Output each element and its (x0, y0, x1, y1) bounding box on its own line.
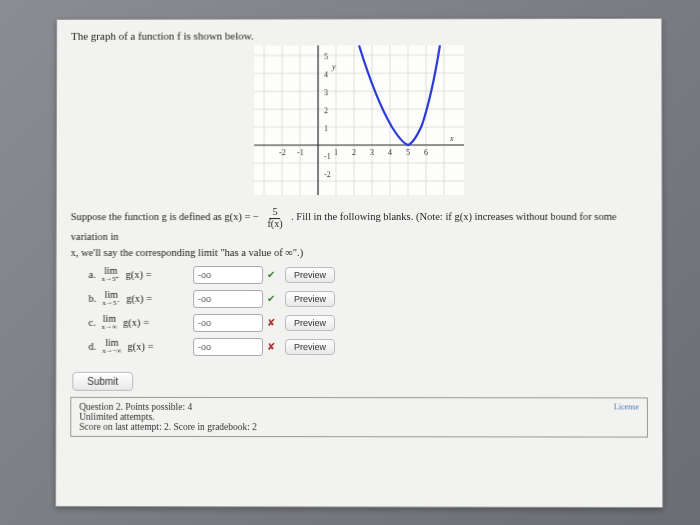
preview-d-button[interactable]: Preview (285, 339, 335, 355)
score-text: Question 2. Points possible: 4 Unlimited… (79, 402, 257, 432)
part-c-label: c. lim x→∞ g(x) = (88, 314, 193, 331)
svg-text:2: 2 (324, 106, 328, 115)
svg-text:-2: -2 (279, 148, 286, 157)
svg-text:y: y (331, 62, 336, 71)
part-b-label: b. lim x→5⁻ g(x) = (88, 290, 193, 307)
part-d-label: d. lim x→−∞ g(x) = (88, 338, 193, 355)
part-b-row: b. lim x→5⁻ g(x) = ✔ Preview (88, 290, 647, 308)
answer-c-input[interactable] (193, 314, 263, 332)
lim-c: lim x→∞ (102, 314, 117, 331)
svg-text:6: 6 (423, 148, 427, 157)
x-icon: ✘ (265, 317, 277, 329)
svg-text:4: 4 (387, 148, 391, 157)
svg-text:-1: -1 (324, 152, 331, 161)
svg-text:3: 3 (370, 148, 374, 157)
preview-a-button[interactable]: Preview (285, 267, 335, 283)
definition-text: Suppose the function g is defined as g(x… (71, 207, 648, 245)
part-a-fn: g(x) = (126, 269, 152, 280)
part-c-letter: c. (88, 317, 95, 328)
svg-text:5: 5 (405, 148, 409, 157)
submit-button[interactable]: Submit (72, 372, 133, 391)
part-a-label: a. lim x→5⁺ g(x) = (88, 266, 193, 283)
function-graph: 543 21 -1-2 -2-1 123 456 y x (254, 45, 464, 195)
preview-c-button[interactable]: Preview (285, 315, 335, 331)
answer-a-input[interactable] (193, 266, 263, 284)
lim-a: lim x→5⁺ (102, 266, 120, 283)
frac-den: f(x) (265, 219, 286, 229)
answer-d-input[interactable] (193, 338, 263, 356)
part-d-row: d. lim x→−∞ g(x) = ✘ Preview (88, 338, 647, 356)
question-panel: The graph of a function f is shown below… (55, 18, 663, 508)
answer-b-input[interactable] (193, 290, 263, 308)
part-c-fn: g(x) = (123, 317, 149, 328)
score-l1: Question 2. Points possible: 4 (79, 402, 257, 412)
svg-text:4: 4 (324, 70, 328, 79)
license-link[interactable]: License (614, 402, 639, 411)
part-d-fn: g(x) = (128, 341, 154, 352)
score-box: Question 2. Points possible: 4 Unlimited… (70, 397, 648, 438)
preview-b-button[interactable]: Preview (285, 291, 335, 307)
x-icon: ✘ (265, 341, 277, 353)
lim-b: lim x→5⁻ (102, 290, 120, 307)
part-b-fn: g(x) = (126, 293, 152, 304)
fraction: 5 f(x) (265, 207, 286, 229)
prompt-text: The graph of a function f is shown below… (71, 29, 647, 42)
svg-text:-1: -1 (297, 148, 304, 157)
frac-num: 5 (270, 207, 281, 218)
part-d-letter: d. (88, 341, 96, 352)
svg-text:x: x (448, 134, 453, 143)
score-l2: Unlimited attempts. (79, 412, 257, 422)
svg-text:5: 5 (324, 52, 328, 61)
check-icon: ✔ (265, 293, 277, 305)
lim-d: lim x→−∞ (102, 338, 121, 355)
svg-text:-2: -2 (324, 170, 331, 179)
suppose-pre: Suppose the function g is defined as g(x… (71, 211, 259, 222)
svg-text:1: 1 (334, 148, 338, 157)
part-c-row: c. lim x→∞ g(x) = ✘ Preview (88, 314, 647, 332)
part-a-row: a. lim x→5⁺ g(x) = ✔ Preview (88, 266, 647, 284)
svg-text:2: 2 (352, 148, 356, 157)
score-l3: Score on last attempt: 2. Score in grade… (79, 422, 257, 432)
part-b-letter: b. (88, 293, 96, 304)
graph-container: 543 21 -1-2 -2-1 123 456 y x (71, 45, 648, 199)
note-line: x, we'll say the corresponding limit "ha… (71, 247, 648, 258)
svg-text:3: 3 (324, 88, 328, 97)
svg-rect-0 (254, 45, 464, 195)
svg-text:1: 1 (324, 124, 328, 133)
part-a-letter: a. (89, 269, 96, 280)
check-icon: ✔ (265, 269, 277, 281)
